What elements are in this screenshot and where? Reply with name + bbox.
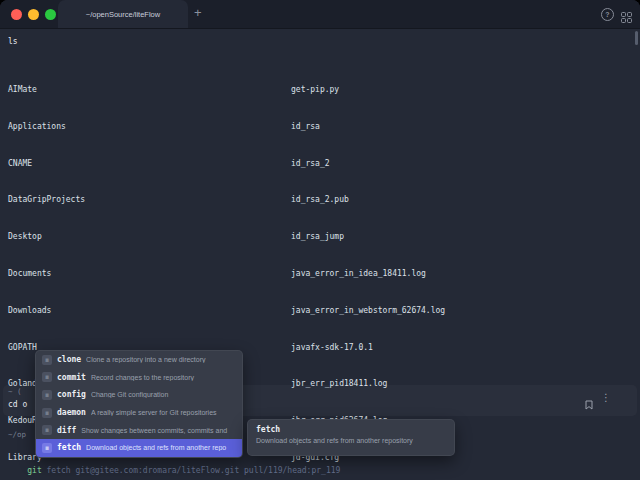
git-subcommand-icon: ≡ [42,390,52,400]
layout-grid-icon[interactable] [621,8,632,19]
file-item: Documents [8,269,239,279]
help-icon[interactable]: ? [601,8,614,21]
file-item: Applications [8,122,239,132]
overflow-menu-icon[interactable]: ⋮ [601,392,611,403]
file-item: id_rsa_jump [291,232,488,242]
subcommand-description: Download objects and refs from another r… [86,444,236,451]
subcommand-description: Record changes to the repository [91,374,236,381]
autocomplete-item[interactable]: ≡ daemon A really simple server for Git … [36,404,242,422]
autocomplete-item[interactable]: ≡ diff Show changes between commits, com… [36,421,242,439]
file-item: java_error_in_idea_18411.log [291,269,488,279]
subcommand-description: A really simple server for Git repositor… [91,409,236,416]
terminal-tab[interactable]: ~/openSource/liteFlow [58,0,188,28]
new-tab-button[interactable]: + [194,5,202,20]
git-subcommand-icon: ≡ [42,372,52,382]
close-button[interactable] [11,9,22,20]
autocomplete-item[interactable]: ≡ fetch Download objects and refs from a… [36,439,242,457]
autocomplete-item[interactable]: ≡ config Change Git configuration [36,386,242,404]
file-item: Desktop [8,232,239,242]
cd-command: cd o [8,400,27,409]
tooltip-description: Download objects and refs from another r… [256,437,446,444]
command-input[interactable]: git fetch git@gitee.com:dromara/liteFlow… [8,457,340,480]
subcommand-description: Change Git configuration [91,391,236,398]
git-subcommand-icon: ≡ [42,408,52,418]
bookmark-icon[interactable] [585,395,593,414]
subcommand-name: config [57,390,86,399]
git-subcommand-icon: ≡ [42,443,52,453]
subcommand-name: clone [57,355,81,364]
file-item: id_rsa_2.pub [291,195,488,205]
autosuggestion-text: fetch git@gitee.com:dromara/liteFlow.git… [42,466,341,475]
titlebar: ~/openSource/liteFlow + ? [0,0,640,29]
maximize-button[interactable] [45,9,56,20]
file-item: get-pip.py [291,85,488,95]
file-item: javafx-sdk-17.0.1 [291,343,488,353]
subcommand-name: daemon [57,408,86,417]
file-item: AIMate [8,85,239,95]
file-item: java_error_in_webstorm_62674.log [291,306,488,316]
terminal-window: ~/openSource/liteFlow + ? ls AIMate Appl… [0,0,640,480]
subcommand-name: fetch [57,443,81,452]
file-item: id_rsa [291,122,488,132]
git-subcommand-icon: ≡ [42,355,52,365]
autocomplete-dropdown: ≡ clone Clone a repository into a new di… [35,350,243,458]
subcommand-description: Clone a repository into a new directory [86,356,236,363]
typed-command-token: git [27,466,41,475]
minimize-button[interactable] [28,9,39,20]
tab-title: ~/openSource/liteFlow [86,10,160,19]
file-item: Downloads [8,306,239,316]
file-item: DataGripProjects [8,195,239,205]
autocomplete-item[interactable]: ≡ clone Clone a repository into a new di… [36,351,242,369]
ls-command: ls [8,37,18,46]
subcommand-name: diff [57,426,76,435]
block-header-directory: ~ ( [8,387,22,396]
scrollbar-thumb[interactable] [635,31,638,45]
subcommand-name: commit [57,373,86,382]
file-item: CNAME [8,159,239,169]
input-block-header: ~/op [8,430,26,439]
git-subcommand-icon: ≡ [42,425,52,435]
completion-tooltip: fetch Download objects and refs from ano… [247,419,455,456]
file-item: id_rsa_2 [291,159,488,169]
subcommand-description: Show changes between commits, commits an… [81,427,236,434]
tooltip-title: fetch [256,425,446,434]
autocomplete-item[interactable]: ≡ commit Record changes to the repositor… [36,369,242,387]
